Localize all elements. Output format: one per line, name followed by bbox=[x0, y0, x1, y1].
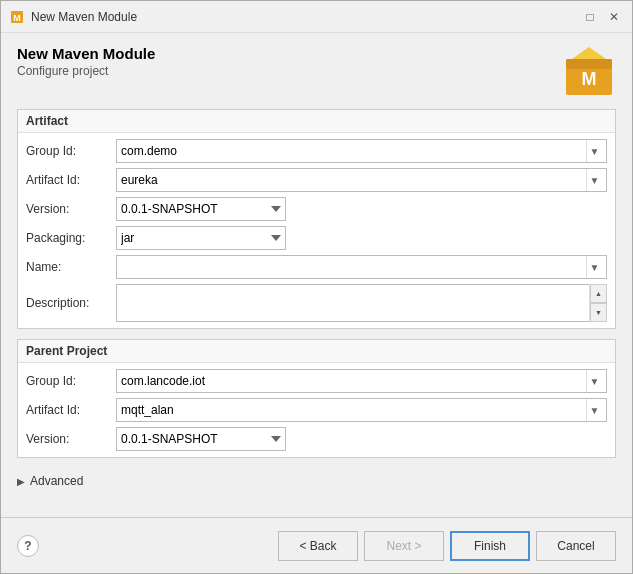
artifact-id-field: ▼ bbox=[116, 168, 607, 192]
parent-artifact-id-input[interactable] bbox=[121, 403, 586, 417]
group-id-field: ▼ bbox=[116, 139, 607, 163]
finish-button[interactable]: Finish bbox=[450, 531, 530, 561]
window-title: New Maven Module bbox=[31, 10, 580, 24]
name-arrow[interactable]: ▼ bbox=[586, 256, 602, 278]
help-button[interactable]: ? bbox=[17, 535, 39, 557]
header-left: New Maven Module Configure project bbox=[17, 45, 155, 78]
description-row: Description: ▲ ▼ bbox=[26, 284, 607, 322]
version-label: Version: bbox=[26, 202, 116, 216]
version-field: 0.0.1-SNAPSHOT 1.0.0 1.0.0-SNAPSHOT bbox=[116, 197, 607, 221]
group-id-input[interactable] bbox=[121, 144, 586, 158]
parent-group-id-arrow[interactable]: ▼ bbox=[586, 370, 602, 392]
parent-artifact-id-label: Artifact Id: bbox=[26, 403, 116, 417]
parent-version-select[interactable]: 0.0.1-SNAPSHOT bbox=[116, 427, 286, 451]
close-button[interactable]: ✕ bbox=[604, 7, 624, 27]
name-combo[interactable]: ▼ bbox=[116, 255, 607, 279]
footer-left: ? bbox=[17, 535, 278, 557]
artifact-id-row: Artifact Id: ▼ bbox=[26, 168, 607, 192]
dialog-content: New Maven Module Configure project M Art… bbox=[1, 33, 632, 517]
artifact-id-label: Artifact Id: bbox=[26, 173, 116, 187]
maven-icon: M bbox=[562, 45, 616, 99]
parent-section: Parent Project Group Id: ▼ Artifact Id: bbox=[17, 339, 616, 458]
version-row: Version: 0.0.1-SNAPSHOT 1.0.0 1.0.0-SNAP… bbox=[26, 197, 607, 221]
group-id-arrow[interactable]: ▼ bbox=[586, 140, 602, 162]
dialog-footer: ? < Back Next > Finish Cancel bbox=[1, 517, 632, 573]
window-icon: M bbox=[9, 9, 25, 25]
dialog-header: New Maven Module Configure project M bbox=[17, 45, 616, 99]
name-label: Name: bbox=[26, 260, 116, 274]
dialog-subtitle: Configure project bbox=[17, 64, 155, 78]
parent-version-field: 0.0.1-SNAPSHOT bbox=[116, 427, 607, 451]
description-input[interactable] bbox=[116, 284, 607, 322]
cancel-button[interactable]: Cancel bbox=[536, 531, 616, 561]
content-spacer bbox=[17, 494, 616, 517]
parent-group-id-input[interactable] bbox=[121, 374, 586, 388]
name-row: Name: ▼ bbox=[26, 255, 607, 279]
parent-section-content: Group Id: ▼ Artifact Id: ▼ bbox=[18, 363, 615, 457]
parent-artifact-id-field: ▼ bbox=[116, 398, 607, 422]
name-field: ▼ bbox=[116, 255, 607, 279]
back-button[interactable]: < Back bbox=[278, 531, 358, 561]
group-id-label: Group Id: bbox=[26, 144, 116, 158]
advanced-row[interactable]: ▶ Advanced bbox=[17, 468, 616, 494]
artifact-section: Artifact Group Id: ▼ Artifact Id: bbox=[17, 109, 616, 329]
next-button[interactable]: Next > bbox=[364, 531, 444, 561]
description-down-btn[interactable]: ▼ bbox=[590, 303, 607, 322]
parent-version-label: Version: bbox=[26, 432, 116, 446]
dialog-title: New Maven Module bbox=[17, 45, 155, 62]
parent-artifact-id-arrow[interactable]: ▼ bbox=[586, 399, 602, 421]
parent-artifact-id-combo[interactable]: ▼ bbox=[116, 398, 607, 422]
name-input[interactable] bbox=[121, 260, 586, 274]
artifact-section-title: Artifact bbox=[18, 110, 615, 133]
svg-text:M: M bbox=[13, 13, 21, 23]
svg-rect-3 bbox=[566, 59, 612, 69]
window-controls: □ ✕ bbox=[580, 7, 624, 27]
parent-group-id-field: ▼ bbox=[116, 369, 607, 393]
svg-marker-5 bbox=[572, 47, 606, 59]
minimize-button[interactable]: □ bbox=[580, 7, 600, 27]
packaging-field: jar war pom bbox=[116, 226, 607, 250]
parent-version-row: Version: 0.0.1-SNAPSHOT bbox=[26, 427, 607, 451]
parent-section-title: Parent Project bbox=[18, 340, 615, 363]
svg-text:M: M bbox=[582, 69, 597, 89]
title-bar: M New Maven Module □ ✕ bbox=[1, 1, 632, 33]
description-label: Description: bbox=[26, 296, 116, 310]
parent-group-id-label: Group Id: bbox=[26, 374, 116, 388]
artifact-id-combo[interactable]: ▼ bbox=[116, 168, 607, 192]
group-id-row: Group Id: ▼ bbox=[26, 139, 607, 163]
footer-right: < Back Next > Finish Cancel bbox=[278, 531, 616, 561]
parent-artifact-id-row: Artifact Id: ▼ bbox=[26, 398, 607, 422]
version-select[interactable]: 0.0.1-SNAPSHOT 1.0.0 1.0.0-SNAPSHOT bbox=[116, 197, 286, 221]
description-field: ▲ ▼ bbox=[116, 284, 607, 322]
packaging-label: Packaging: bbox=[26, 231, 116, 245]
packaging-row: Packaging: jar war pom bbox=[26, 226, 607, 250]
artifact-id-arrow[interactable]: ▼ bbox=[586, 169, 602, 191]
artifact-section-content: Group Id: ▼ Artifact Id: ▼ bbox=[18, 133, 615, 328]
description-up-btn[interactable]: ▲ bbox=[590, 284, 607, 303]
parent-group-id-row: Group Id: ▼ bbox=[26, 369, 607, 393]
group-id-combo[interactable]: ▼ bbox=[116, 139, 607, 163]
main-window: M New Maven Module □ ✕ New Maven Module … bbox=[0, 0, 633, 574]
advanced-triangle-icon: ▶ bbox=[17, 476, 25, 487]
advanced-label: Advanced bbox=[30, 474, 83, 488]
description-spinner: ▲ ▼ bbox=[589, 284, 607, 322]
parent-group-id-combo[interactable]: ▼ bbox=[116, 369, 607, 393]
packaging-select[interactable]: jar war pom bbox=[116, 226, 286, 250]
artifact-id-input[interactable] bbox=[121, 173, 586, 187]
